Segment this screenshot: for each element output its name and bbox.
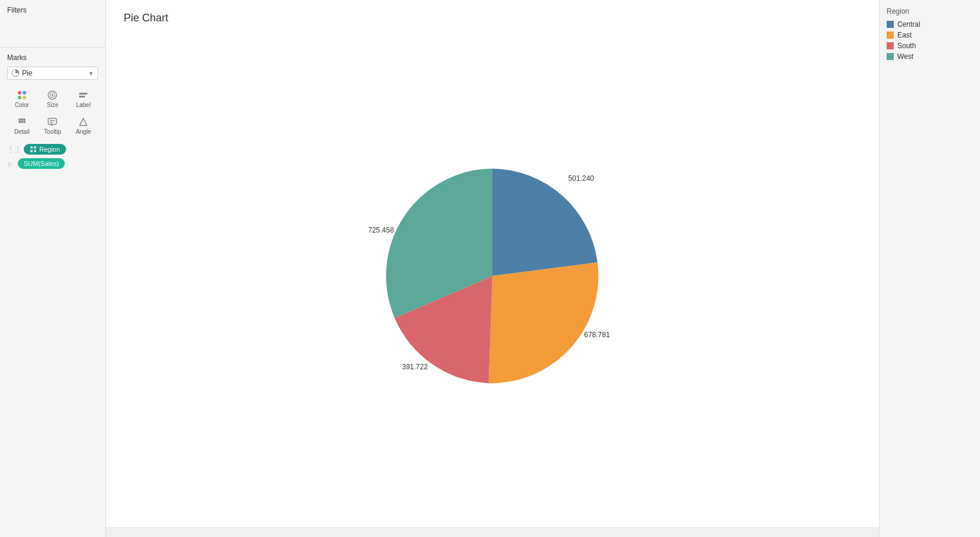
- svg-rect-24: [30, 150, 33, 152]
- svg-point-15: [23, 118, 26, 121]
- marks-buttons-grid: Color Size Label: [7, 86, 98, 138]
- svg-point-2: [23, 91, 26, 95]
- legend-swatch-west: [887, 53, 894, 60]
- size-icon: [47, 90, 58, 101]
- size-button[interactable]: Size: [38, 86, 68, 111]
- svg-point-11: [21, 121, 23, 123]
- svg-marker-17: [50, 124, 54, 126]
- region-drag-icon: ⋮⋮: [7, 145, 21, 153]
- pie-segment-central[interactable]: [492, 169, 598, 277]
- legend-label-central: Central: [897, 20, 921, 29]
- svg-point-13: [18, 118, 21, 121]
- label-icon: [78, 90, 89, 101]
- svg-rect-16: [48, 118, 56, 124]
- size-label: Size: [47, 102, 58, 108]
- label-south: 391.722: [402, 363, 428, 371]
- svg-point-14: [21, 118, 23, 121]
- marks-panel: Marks Pie ▼ Color: [0, 48, 105, 537]
- sales-pill-label: SUM(Sales): [24, 160, 59, 167]
- tooltip-button[interactable]: Tooltip: [38, 112, 68, 138]
- marks-type-dropdown[interactable]: Pie ▼: [7, 67, 98, 80]
- legend-item-central[interactable]: Central: [887, 20, 973, 29]
- pie-container: 501.240 678.781 391.722 725.458: [124, 36, 861, 516]
- label-central: 501.240: [568, 174, 594, 183]
- detail-icon: [17, 117, 27, 127]
- legend-label-south: South: [897, 42, 916, 50]
- svg-point-10: [18, 121, 21, 123]
- legend-swatch-central: [887, 21, 894, 28]
- pie-svg: [379, 163, 605, 389]
- detail-button[interactable]: Detail: [7, 112, 37, 138]
- legend-label-east: East: [897, 31, 912, 39]
- dropdown-arrow-icon: ▼: [88, 70, 94, 77]
- color-label: Color: [15, 102, 29, 108]
- angle-label: Angle: [76, 128, 91, 135]
- svg-line-21: [80, 118, 83, 125]
- svg-point-3: [18, 96, 21, 99]
- filters-panel: Filters: [0, 0, 105, 48]
- label-east: 678.781: [584, 331, 610, 339]
- legend-panel: Region Central East South West: [879, 0, 980, 537]
- legend-title: Region: [887, 7, 973, 15]
- svg-point-12: [23, 121, 26, 123]
- region-pill-row: ⋮⋮ Region: [7, 144, 98, 155]
- region-pill[interactable]: Region: [24, 144, 66, 155]
- color-button[interactable]: Color: [7, 86, 37, 111]
- color-icon: [17, 90, 27, 101]
- legend-item-east[interactable]: East: [887, 31, 973, 39]
- pie-chart: 501.240 678.781 391.722 725.458: [379, 163, 605, 389]
- main-content: Pie Chart 501.240 678.781 391.722: [106, 0, 879, 537]
- region-pill-icon: [30, 146, 37, 153]
- filters-title: Filters: [7, 6, 98, 14]
- svg-point-1: [18, 91, 21, 95]
- marks-type-label: Pie: [22, 69, 32, 77]
- svg-rect-9: [79, 96, 85, 98]
- tooltip-icon: [47, 117, 58, 127]
- svg-rect-8: [79, 93, 87, 95]
- svg-rect-25: [34, 150, 36, 152]
- angle-button[interactable]: Angle: [68, 112, 98, 138]
- sidebar: Filters Marks Pie ▼: [0, 0, 106, 537]
- legend-swatch-south: [887, 42, 894, 49]
- marks-title: Marks: [7, 54, 98, 62]
- svg-rect-23: [34, 146, 36, 149]
- sales-pill-row: ▷ SUM(Sales): [7, 158, 98, 169]
- sales-pill[interactable]: SUM(Sales): [18, 158, 65, 169]
- region-pill-label: Region: [39, 146, 60, 153]
- pie-segment-east[interactable]: [489, 262, 598, 383]
- pie-type-icon: [11, 69, 20, 77]
- angle-icon: [78, 117, 89, 127]
- marks-pills: ⋮⋮ Region ▷ SUM(Sales): [7, 144, 98, 169]
- legend-item-west[interactable]: West: [887, 52, 973, 61]
- svg-rect-22: [30, 146, 33, 149]
- detail-label: Detail: [14, 128, 30, 135]
- legend-swatch-east: [887, 32, 894, 39]
- svg-marker-20: [80, 118, 87, 125]
- svg-point-4: [23, 96, 26, 99]
- chart-title: Pie Chart: [124, 12, 861, 24]
- legend-label-west: West: [897, 52, 913, 61]
- label-button[interactable]: Label: [68, 86, 98, 111]
- tooltip-label: Tooltip: [44, 128, 61, 135]
- scrollbar[interactable]: [106, 527, 879, 537]
- svg-rect-18: [50, 120, 55, 121]
- svg-rect-19: [50, 122, 53, 123]
- label-west: 725.458: [368, 226, 394, 234]
- label-label: Label: [76, 102, 90, 108]
- legend-item-south[interactable]: South: [887, 42, 973, 50]
- sales-expand-icon: ▷: [8, 161, 13, 167]
- chart-area: Pie Chart 501.240 678.781 391.722: [106, 0, 879, 527]
- svg-point-7: [52, 95, 54, 96]
